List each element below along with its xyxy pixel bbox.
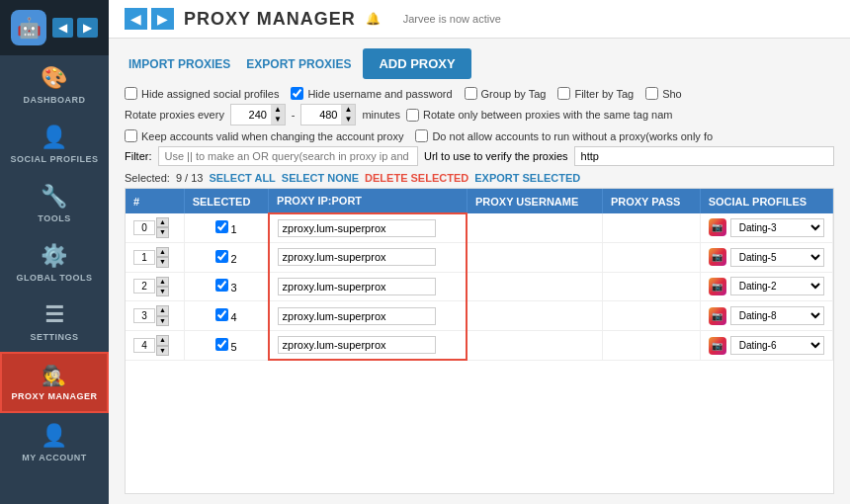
rotate-max-up[interactable]: ▲ xyxy=(341,105,355,115)
topbar-back-button[interactable]: ◀ xyxy=(125,8,147,30)
proxy-ip-input-2[interactable] xyxy=(278,248,436,266)
filter-input[interactable] xyxy=(158,146,419,166)
table-row: 4 ▲ ▼ 5 📷 Dating-6 xyxy=(126,331,833,361)
row-spinner-down-3[interactable]: ▼ xyxy=(156,287,169,296)
row-checkbox-4[interactable] xyxy=(215,308,228,321)
no-run-checkbox-label[interactable]: Do not allow accounts to run without a p… xyxy=(415,129,713,142)
page-title: PROXY MANAGER xyxy=(184,9,356,30)
instagram-icon-2: 📷 xyxy=(709,248,726,266)
row-spinner-3[interactable]: 2 ▲ ▼ xyxy=(133,277,176,297)
row-spinner-down-2[interactable]: ▼ xyxy=(156,257,169,267)
app-logo-icon: 🤖 xyxy=(11,10,46,45)
rotate-dash: - xyxy=(292,109,296,121)
sidebar-item-my-account[interactable]: 👤 MY ACCOUNT xyxy=(0,413,109,472)
delete-selected-button[interactable]: DELETE SELECTED xyxy=(365,172,468,184)
row-spinner-up-5[interactable]: ▲ xyxy=(156,335,169,345)
proxy-ip-input-1[interactable] xyxy=(278,219,436,237)
cell-selected-3[interactable]: 3 xyxy=(184,272,268,301)
rotate-min-input-wrapper[interactable]: ▲ ▼ xyxy=(230,104,286,126)
url-verify-input[interactable] xyxy=(574,146,835,166)
show-checkbox[interactable] xyxy=(645,87,658,100)
cell-selected-2[interactable]: 2 xyxy=(184,242,268,272)
sidebar-label-tools: TOOLS xyxy=(38,213,70,223)
row-spinner-up-3[interactable]: ▲ xyxy=(156,277,169,287)
instagram-icon-4: 📷 xyxy=(709,307,726,325)
row-spinner-5[interactable]: 4 ▲ ▼ xyxy=(133,335,176,356)
row-spinner-4[interactable]: 3 ▲ ▼ xyxy=(133,305,176,326)
sidebar-item-social-profiles[interactable]: 👤 SOCIAL PROFILES xyxy=(0,115,109,174)
cell-proxy-3 xyxy=(269,272,468,301)
row-checkbox-5[interactable] xyxy=(215,338,228,351)
keep-accounts-checkbox[interactable] xyxy=(125,129,137,142)
proxy-ip-input-4[interactable] xyxy=(278,307,436,325)
select-none-button[interactable]: SELECT NONE xyxy=(282,172,359,184)
selected-row: Selected: 9 / 13 SELECT ALL SELECT NONE … xyxy=(125,172,834,184)
sidebar-item-global-tools[interactable]: ⚙️ GLOBAL TOOLS xyxy=(0,233,109,293)
topbar-forward-button[interactable]: ▶ xyxy=(151,8,174,30)
group-by-tag-checkbox[interactable] xyxy=(465,87,477,100)
cell-proxy-4 xyxy=(269,301,468,331)
sidebar-item-dashboard[interactable]: 🎨 DASHBOARD xyxy=(0,55,109,115)
row-checkbox-3[interactable] xyxy=(215,279,228,292)
rotate-max-input-wrapper[interactable]: ▲ ▼ xyxy=(300,104,356,126)
show-checkbox-label[interactable]: Sho xyxy=(645,87,682,100)
sidebar-item-tools[interactable]: 🔧 TOOLS xyxy=(0,174,109,233)
add-proxy-button[interactable]: ADD PROXY xyxy=(363,48,470,79)
row-checkbox-2[interactable] xyxy=(215,250,228,263)
row-spinner-up-1[interactable]: ▲ xyxy=(156,217,169,227)
main-content: ◀ ▶ PROXY MANAGER 🔔 Jarvee is now active… xyxy=(109,0,850,504)
col-header-proxy-username: PROXY USERNAME xyxy=(467,189,602,213)
cell-selected-4[interactable]: 4 xyxy=(184,301,268,331)
rotate-max-down[interactable]: ▼ xyxy=(341,115,355,125)
social-dropdown-1[interactable]: Dating-3 xyxy=(730,218,824,237)
no-run-checkbox[interactable] xyxy=(415,129,428,142)
proxy-ip-input-3[interactable] xyxy=(278,278,436,295)
row-spinner-down-1[interactable]: ▼ xyxy=(156,227,169,237)
cell-num: 2 ▲ ▼ xyxy=(126,272,184,301)
rotate-max-input[interactable] xyxy=(301,107,341,123)
import-proxies-button[interactable]: IMPORT PROXIES xyxy=(125,57,234,71)
hide-assigned-checkbox-label[interactable]: Hide assigned social profiles xyxy=(125,87,279,100)
row-spinner-up-4[interactable]: ▲ xyxy=(156,305,169,315)
social-dropdown-2[interactable]: Dating-5 xyxy=(730,248,824,267)
hide-credentials-checkbox[interactable] xyxy=(291,87,303,100)
nav-back-button[interactable]: ◀ xyxy=(52,18,73,38)
row-spinner-up-2[interactable]: ▲ xyxy=(156,247,169,257)
rotate-min-down[interactable]: ▼ xyxy=(271,115,285,125)
social-dropdown-4[interactable]: Dating-8 xyxy=(730,306,824,325)
rotate-same-checkbox[interactable] xyxy=(406,109,419,122)
row-spinner-down-4[interactable]: ▼ xyxy=(156,316,169,326)
export-selected-button[interactable]: EXPORT SELECTED xyxy=(474,172,580,184)
select-all-button[interactable]: SELECT ALL xyxy=(209,172,275,184)
rotate-min-spinner: ▲ ▼ xyxy=(271,105,285,125)
cell-username-2 xyxy=(467,242,602,272)
cell-selected-1[interactable]: 1 xyxy=(184,213,268,242)
sidebar-item-settings[interactable]: ☰ SETTINGS xyxy=(0,293,109,352)
row-spinner-2[interactable]: 1 ▲ ▼ xyxy=(133,247,176,268)
keep-accounts-label: Keep accounts valid when changing the ac… xyxy=(141,130,403,142)
group-by-tag-label: Group by Tag xyxy=(481,88,547,100)
sidebar-label-global-tools: GLOBAL TOOLS xyxy=(16,273,92,283)
row-spinner-down-5[interactable]: ▼ xyxy=(156,346,169,356)
hide-assigned-checkbox[interactable] xyxy=(125,87,137,100)
topbar-nav: ◀ ▶ xyxy=(125,8,174,30)
export-proxies-button[interactable]: EXPORT PROXIES xyxy=(242,57,355,71)
social-dropdown-3[interactable]: Dating-2 xyxy=(730,277,824,295)
keep-accounts-checkbox-label[interactable]: Keep accounts valid when changing the ac… xyxy=(125,129,403,142)
rotate-same-checkbox-label[interactable]: Rotate only between proxies with the sam… xyxy=(406,109,673,122)
sidebar: 🤖 ◀ ▶ 🎨 DASHBOARD 👤 SOCIAL PROFILES 🔧 TO… xyxy=(0,0,109,504)
proxy-ip-input-5[interactable] xyxy=(278,336,436,354)
rotate-min-up[interactable]: ▲ xyxy=(271,105,285,115)
sidebar-item-proxy-manager[interactable]: 🕵️ PROXY MANAGER xyxy=(0,352,109,413)
group-by-tag-checkbox-label[interactable]: Group by Tag xyxy=(465,87,547,100)
social-dropdown-5[interactable]: Dating-6 xyxy=(730,336,824,355)
cell-selected-5[interactable]: 5 xyxy=(184,331,268,361)
nav-forward-button[interactable]: ▶ xyxy=(77,18,98,38)
filter-by-tag-checkbox[interactable] xyxy=(557,87,570,100)
hide-credentials-checkbox-label[interactable]: Hide username and password xyxy=(291,87,452,100)
cell-num: 1 ▲ ▼ xyxy=(126,242,184,272)
row-checkbox-1[interactable] xyxy=(215,220,228,233)
row-spinner-1[interactable]: 0 ▲ ▼ xyxy=(133,217,176,238)
rotate-min-input[interactable] xyxy=(231,107,271,123)
filter-by-tag-checkbox-label[interactable]: Filter by Tag xyxy=(557,87,634,100)
